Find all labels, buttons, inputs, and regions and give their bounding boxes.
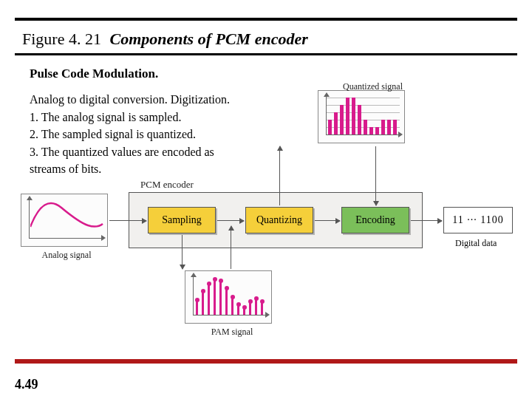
quantized-sample — [393, 120, 397, 134]
analog-signal-chart — [21, 194, 108, 247]
figure-number: Figure 4. 21 — [22, 30, 101, 48]
pam-sample — [225, 288, 228, 315]
quantized-sample — [364, 120, 367, 134]
arrow-sampling-to-quantizing — [217, 220, 244, 221]
axis-y — [193, 276, 194, 316]
pam-sample — [214, 279, 216, 315]
arrow-chart-to-encoding — [375, 146, 376, 205]
analog-wave — [30, 197, 104, 238]
arrow-quantizing-to-chart — [279, 146, 280, 205]
figure-title: Figure 4. 21 Components of PCM encoder — [22, 30, 308, 49]
pam-sample — [237, 304, 239, 315]
pam-sample — [255, 299, 257, 315]
arrow-encoding-to-output — [411, 220, 442, 221]
pam-signal-chart — [185, 270, 272, 324]
analog-signal-label: Analog signal — [30, 250, 103, 261]
arrow-right-icon — [398, 132, 403, 137]
axis-x — [326, 134, 400, 135]
arrow-analog-to-sampling — [109, 220, 146, 221]
sampling-stage: Sampling — [148, 207, 216, 233]
pam-signal-label: PAM signal — [195, 327, 269, 338]
top-rule — [15, 18, 517, 21]
figure-caption: Components of PCM encoder — [109, 30, 307, 48]
sampling-label: Sampling — [162, 214, 202, 225]
quantized-sample — [369, 127, 373, 134]
quantized-sample — [375, 127, 379, 134]
pam-sample — [208, 284, 210, 315]
encoding-stage: Encoding — [341, 207, 409, 233]
subtitle: Pulse Code Modulation. — [30, 66, 158, 81]
pam-sample — [196, 300, 198, 315]
title-underline — [15, 53, 517, 55]
digital-data-label: Digital data — [455, 238, 497, 249]
quantized-sample — [340, 105, 344, 134]
bottom-rule — [15, 359, 517, 364]
gridline — [326, 98, 400, 98]
gridline — [326, 105, 400, 106]
axis-x — [193, 315, 267, 316]
axis-y — [29, 199, 30, 239]
arrow-up-icon — [324, 92, 330, 97]
quantized-sample — [358, 105, 361, 134]
pam-sample — [231, 297, 233, 315]
output-bits-text: 11 ··· 1100 — [452, 214, 503, 225]
quantized-sample — [387, 120, 391, 134]
quantized-signal-label: Quantized signal — [343, 81, 432, 92]
pam-sample — [261, 301, 263, 315]
pam-sample — [202, 291, 204, 315]
pam-sample — [243, 307, 245, 315]
arrow-sampling-to-pam — [182, 235, 183, 269]
arrow-pam-to-quantizing — [231, 226, 231, 269]
quantizing-label: Quantizing — [256, 214, 302, 225]
arrow-up-icon — [191, 273, 197, 277]
quantized-sample — [334, 112, 338, 134]
pam-sample — [249, 301, 251, 315]
quantized-sample — [328, 120, 332, 134]
quantizing-stage: Quantizing — [245, 207, 313, 233]
quantized-signal-chart — [318, 90, 405, 143]
page-number: 4.49 — [15, 377, 38, 392]
pcm-encoder-label: PCM encoder — [140, 179, 194, 191]
axis-x — [29, 238, 103, 239]
quantized-sample — [381, 120, 385, 134]
quantized-sample — [346, 98, 349, 134]
quantized-sample — [352, 98, 355, 134]
axis-y — [326, 95, 327, 135]
encoding-label: Encoding — [355, 214, 395, 225]
diagram-area: Analog signal PCM encoder Sampling Quant… — [0, 81, 532, 355]
arrow-quantizing-to-encoding — [315, 220, 340, 221]
arrow-right-icon — [265, 312, 270, 318]
output-bits-box: 11 ··· 1100 — [443, 207, 513, 233]
pam-sample — [219, 281, 222, 315]
